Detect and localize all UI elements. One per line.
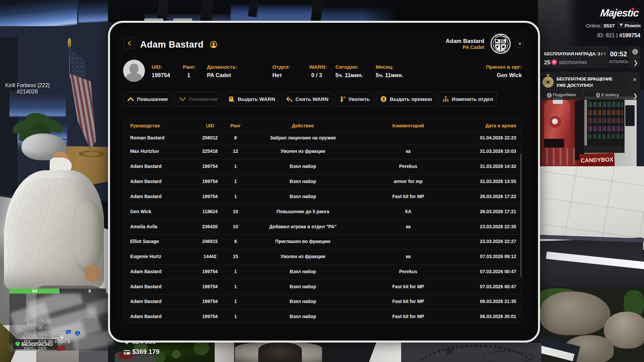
svg-text:$: $ bbox=[382, 97, 385, 102]
svg-text:FOUNDED 1781: FOUNDED 1781 bbox=[495, 51, 507, 52]
